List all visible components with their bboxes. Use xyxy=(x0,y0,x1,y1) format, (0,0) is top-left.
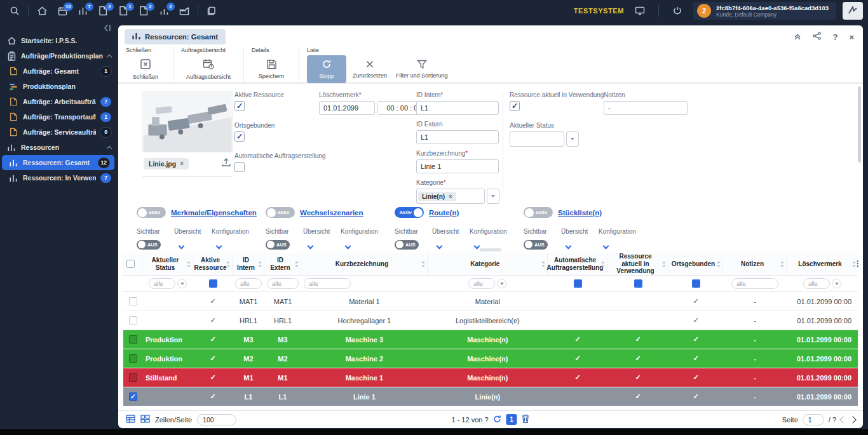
seite-input[interactable] xyxy=(803,414,824,425)
row-checkbox[interactable] xyxy=(129,392,137,401)
sidebar-item-serviceauftraege[interactable]: Aufträge: Serviceaufträ... 0 xyxy=(0,124,116,140)
sidebar-group-auftraege-produktionsplan[interactable]: Aufträge/Produktionsplan xyxy=(0,48,116,64)
sidebar-item-startseite[interactable]: Startseite: I.P.S.S. xyxy=(0,33,116,48)
zuruecksetzen-button[interactable]: Zurücksetzen xyxy=(350,55,390,83)
kategorie-dropdown-icon[interactable] xyxy=(487,189,499,204)
filter-automatische-checkbox[interactable] xyxy=(574,279,582,288)
col-aktueller-status[interactable]: Aktueller Status xyxy=(142,253,193,275)
filter-id-intern-input[interactable] xyxy=(235,278,262,289)
row-checkbox[interactable] xyxy=(129,335,137,344)
home-icon[interactable] xyxy=(32,3,51,19)
current-page-badge[interactable]: 1 xyxy=(506,414,517,425)
in-verwendung-checkbox[interactable] xyxy=(510,101,520,111)
row-checkbox[interactable] xyxy=(129,354,137,363)
col-kurzbezeichnung[interactable]: Kurzbezeichnung xyxy=(301,253,428,275)
row-checkbox[interactable] xyxy=(129,316,137,325)
select-all-checkbox[interactable] xyxy=(126,260,135,268)
filter-aktive-checkbox[interactable] xyxy=(209,279,217,288)
filter-notizen-input[interactable] xyxy=(731,278,778,289)
form-scrollbar[interactable] xyxy=(858,86,861,163)
close-panel-icon[interactable]: × xyxy=(849,33,854,41)
print-icon[interactable] xyxy=(202,3,221,19)
search-icon[interactable] xyxy=(5,3,24,19)
col-notizen[interactable]: Notizen xyxy=(723,253,787,275)
produktionsplan-app-icon[interactable]: 7 xyxy=(73,3,92,19)
resource-image[interactable] xyxy=(142,91,233,152)
col-ortsgebunden[interactable]: Ortsgebunden xyxy=(668,253,723,275)
ressourcen-app-icon[interactable]: 2 xyxy=(154,3,173,19)
filter-status-select[interactable]: alle xyxy=(149,278,187,289)
auftraege-app-icon[interactable]: 10 xyxy=(53,3,72,19)
filter-id-extern-input[interactable] xyxy=(267,278,299,289)
col-id-intern[interactable]: ID Intern xyxy=(233,253,264,275)
table-row-l1[interactable]: ✓ L1 L1 Linie 1 Linie(n) ✓ ✓ - 01.01.209… xyxy=(123,387,858,406)
sidebar-item-transportauftraege[interactable]: Aufträge: Transportauft... 1 xyxy=(0,109,116,124)
automatische-auftragserstellung-checkbox[interactable] xyxy=(234,162,245,172)
filter-ortsgebunden-checkbox[interactable] xyxy=(692,279,700,288)
sidebar-collapse-icon[interactable] xyxy=(102,23,111,34)
werk-app-icon[interactable] xyxy=(175,3,194,19)
arbeitsauftraege-app-icon[interactable]: 2 xyxy=(93,3,112,19)
col-loeschvermerk[interactable]: Löschvermerk xyxy=(787,253,858,275)
wechselszenarien-active-toggle[interactable]: aktiv xyxy=(266,207,295,218)
speichern-button[interactable]: Speichern xyxy=(252,55,291,83)
table-view-icon[interactable] xyxy=(126,415,135,424)
filter-kategorie-select[interactable]: alle xyxy=(468,278,506,289)
loeschvermerk-date-input[interactable] xyxy=(319,101,375,115)
upload-icon[interactable] xyxy=(221,157,231,170)
col-ressource-aktuell-in-verwendung[interactable]: Ressource aktuell in Verwendung xyxy=(607,253,668,275)
share-icon[interactable] xyxy=(813,31,821,43)
stueckliste-link[interactable]: Stückliste(n) xyxy=(558,209,602,217)
aktive-ressource-checkbox[interactable] xyxy=(234,101,245,111)
sidebar-item-produktionsplan[interactable]: Produktionsplan xyxy=(0,79,116,94)
table-row-m3[interactable]: Produktion ✓ M3 M3 Maschine 3 Maschine(n… xyxy=(123,330,858,349)
routen-link[interactable]: Route(n) xyxy=(429,209,459,217)
remove-file-icon[interactable]: × xyxy=(180,160,184,167)
monitor-icon[interactable] xyxy=(630,3,649,19)
filter-kurzbezeichnung-input[interactable] xyxy=(304,278,351,289)
app-logo-icon[interactable] xyxy=(843,2,863,20)
merkmale-active-toggle[interactable]: aktiv xyxy=(137,207,166,218)
help-icon[interactable]: ? xyxy=(832,33,837,41)
trash-icon[interactable] xyxy=(522,414,530,425)
sidebar-item-arbeitsauftraege[interactable]: Aufträge: Arbeitsaufträ... 7 xyxy=(0,94,116,109)
splitter-handle[interactable] xyxy=(480,248,501,251)
routen-active-toggle[interactable]: Aktiv xyxy=(395,207,424,218)
table-row-mat1[interactable]: ✓ MAT1 MAT1 Material 1 Material ✓ - 01.0… xyxy=(123,292,858,311)
table-row-m1[interactable]: Stillstand ✓ M1 M1 Maschine 1 Maschine(n… xyxy=(123,368,858,387)
id-extern-input[interactable] xyxy=(416,130,499,144)
col-automatische-auftragserstellung[interactable]: Automatische Auftragserstellung xyxy=(548,253,607,275)
aktueller-status-select[interactable] xyxy=(510,131,564,147)
stopp-button[interactable]: Stopp xyxy=(307,55,346,83)
serviceauftraege-app-icon[interactable]: 2 xyxy=(134,3,153,19)
refresh-icon[interactable] xyxy=(493,415,502,425)
row-checkbox[interactable] xyxy=(129,373,137,382)
filter-sortierung-button[interactable]: Filter und Sortierung xyxy=(393,55,451,83)
collapse-panel-icon[interactable] xyxy=(794,31,801,43)
prev-page-icon[interactable] xyxy=(839,416,846,423)
power-icon[interactable] xyxy=(668,3,687,19)
row-checkbox[interactable] xyxy=(129,297,137,305)
notizen-input[interactable] xyxy=(604,101,688,115)
table-row-m2[interactable]: Produktion ✓ M2 M2 Maschine 2 Maschine(n… xyxy=(123,349,858,368)
filter-verwendung-checkbox[interactable] xyxy=(634,279,642,288)
ortsgebunden-checkbox[interactable] xyxy=(234,131,245,142)
sidebar-item-ressourcen-gesamt[interactable]: Ressourcen: Gesamt 12 xyxy=(2,155,114,170)
col-aktive-ressource[interactable]: Aktive Ressource xyxy=(193,253,233,275)
tab-ressourcen-gesamt[interactable]: Ressourcen: Gesamt xyxy=(125,29,226,44)
table-row-hrl1[interactable]: ✓ HRL1 HRL1 Hochregallager 1 Logistiktei… xyxy=(123,311,858,330)
transportauftraege-app-icon[interactable]: 1 xyxy=(114,3,133,19)
merkmale-link[interactable]: Merkmale/Eigenschaften xyxy=(171,209,257,217)
kurzbezeichnung-input[interactable] xyxy=(416,159,499,173)
schliessen-button[interactable]: Schließen xyxy=(126,55,165,83)
user-menu[interactable]: 2 2fc8b7f4-606a-4ae0-a536-f5a6cad3d103 K… xyxy=(693,2,836,20)
sidebar-group-ressourcen[interactable]: Ressourcen xyxy=(0,140,116,155)
status-dropdown-icon[interactable] xyxy=(566,131,579,147)
zeilen-pro-seite-input[interactable] xyxy=(197,414,236,425)
kategorie-select[interactable]: Linie(n)× xyxy=(416,189,485,204)
sidebar-item-auftraege-gesamt[interactable]: Aufträge: Gesamt 1 xyxy=(0,64,116,79)
id-intern-input[interactable] xyxy=(416,101,499,115)
col-kategorie[interactable]: Kategorie xyxy=(428,253,548,275)
col-id-extern[interactable]: ID Extern xyxy=(264,253,301,275)
stueckliste-active-toggle[interactable]: aktiv xyxy=(524,207,553,218)
